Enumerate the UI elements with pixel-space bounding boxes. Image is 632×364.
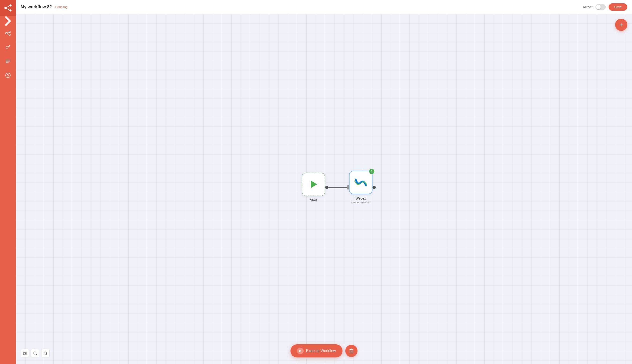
sidebar (0, 0, 16, 364)
conn-dot-right (372, 186, 376, 189)
workflow-title: My workflow 82 (21, 4, 52, 9)
svg-point-15 (6, 73, 10, 78)
header: My workflow 82 + Add tag Active: Save (16, 0, 632, 14)
start-play-icon (311, 180, 317, 188)
sidebar-item-executions[interactable] (0, 54, 16, 68)
svg-rect-5 (6, 32, 7, 34)
start-node-label: Start (310, 198, 317, 202)
svg-line-20 (36, 354, 37, 355)
logo-icon (4, 4, 12, 12)
start-node-box[interactable] (302, 173, 325, 196)
webex-node-box[interactable]: 1 (349, 171, 372, 194)
save-button[interactable]: Save (608, 3, 627, 11)
webex-node[interactable]: 1 Webex create: meeting (349, 171, 372, 204)
webex-node-badge: 1 (369, 169, 374, 174)
workflow-canvas[interactable]: + Start (16, 14, 632, 364)
conn-rect (347, 185, 349, 190)
fit-to-screen-button[interactable] (21, 349, 29, 358)
fit-screen-icon (23, 351, 27, 355)
workflow-nodes-area: Start 1 (302, 171, 376, 204)
toggle-thumb (596, 5, 601, 9)
trash-icon (349, 348, 354, 354)
svg-line-8 (7, 32, 9, 33)
node-connection (325, 185, 349, 190)
add-tag-button[interactable]: + Add tag (55, 5, 68, 9)
sidebar-item-workflows[interactable] (0, 26, 16, 40)
svg-line-9 (7, 34, 9, 34)
sidebar-item-credentials[interactable] (0, 40, 16, 54)
svg-rect-18 (24, 352, 27, 355)
svg-line-4 (6, 8, 10, 10)
sidebar-item-help[interactable] (0, 68, 16, 82)
execute-workflow-button[interactable]: Execute Workflow (290, 344, 342, 358)
execute-play-icon (297, 348, 304, 354)
zoom-out-button[interactable] (41, 349, 50, 358)
delete-workflow-button[interactable] (345, 345, 357, 357)
network-icon (5, 30, 11, 36)
svg-rect-7 (9, 34, 10, 35)
svg-rect-6 (9, 31, 10, 32)
webex-node-label: Webex (356, 196, 366, 200)
active-label: Active: (583, 5, 593, 9)
zoom-in-icon (33, 351, 37, 355)
webex-logo-icon (354, 177, 368, 188)
svg-point-2 (9, 9, 12, 12)
svg-line-3 (6, 6, 10, 8)
list-icon (5, 58, 11, 64)
plus-icon: + (619, 22, 623, 28)
start-node[interactable]: Start (302, 173, 325, 202)
main-content: My workflow 82 + Add tag Active: Save + (16, 0, 632, 364)
active-toggle[interactable] (595, 4, 606, 10)
bottom-toolbar: Execute Workflow (290, 344, 357, 358)
svg-line-24 (46, 354, 47, 355)
sidebar-collapse-button[interactable] (0, 16, 16, 26)
webex-node-sublabel: create: meeting (351, 201, 371, 204)
play-icon (299, 349, 302, 352)
zoom-out-icon (43, 351, 48, 355)
key-icon (5, 44, 11, 50)
execute-workflow-label: Execute Workflow (306, 349, 336, 353)
add-node-button[interactable]: + (615, 19, 627, 31)
conn-dot-left (325, 186, 328, 189)
svg-point-17 (360, 182, 362, 184)
conn-line (328, 187, 347, 188)
zoom-in-button[interactable] (31, 349, 39, 358)
help-icon (5, 72, 11, 78)
svg-marker-26 (299, 350, 301, 352)
svg-point-0 (5, 7, 7, 9)
zoom-controls (21, 349, 50, 358)
svg-point-1 (9, 4, 12, 6)
svg-point-16 (8, 76, 8, 77)
